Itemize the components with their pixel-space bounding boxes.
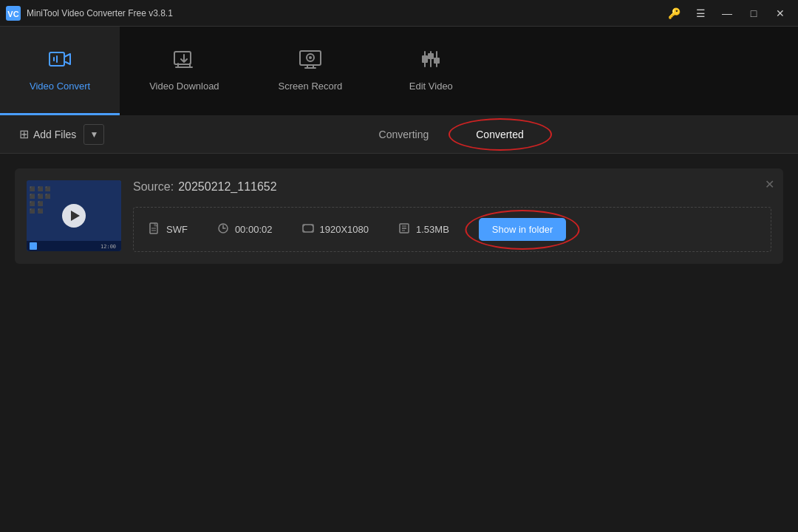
nav-video-convert[interactable]: Video Convert <box>0 27 120 115</box>
video-download-icon <box>172 49 196 75</box>
app-logo: VC <box>6 6 21 21</box>
add-files-dropdown-button[interactable]: ▼ <box>83 124 104 145</box>
converting-tab[interactable]: Converting <box>355 123 453 146</box>
nav-bar: Video Convert Video Download Screen Reco… <box>0 27 798 115</box>
svg-text:VC: VC <box>7 10 18 18</box>
play-button[interactable] <box>62 204 86 228</box>
app-title: MiniTool Video Converter Free v3.8.1 <box>27 8 173 18</box>
filesize-value: 1.53MB <box>416 224 449 235</box>
source-label: Source: <box>133 180 174 194</box>
svg-text:12:00: 12:00 <box>100 244 116 250</box>
title-bar-controls: 🔑 ☰ — □ ✕ <box>662 4 792 23</box>
screen-record-icon <box>299 49 322 75</box>
nav-video-download[interactable]: Video Download <box>120 27 248 115</box>
show-in-folder-button[interactable]: Show in folder <box>479 218 566 241</box>
tab-group: Converting Converted <box>355 123 548 146</box>
menu-button[interactable]: ☰ <box>689 4 712 23</box>
source-name: 20250212_111652 <box>178 180 276 194</box>
clock-icon <box>217 222 229 236</box>
svg-rect-8 <box>428 53 434 59</box>
close-button[interactable]: ✕ <box>768 4 792 23</box>
add-files-button[interactable]: ⊞ Add Files <box>12 123 83 146</box>
file-card-close-button[interactable]: ✕ <box>765 177 774 191</box>
format-icon <box>149 222 160 236</box>
resolution-icon <box>302 222 314 236</box>
resolution-value: 1920X1080 <box>320 224 369 235</box>
duration-value: 00:00:02 <box>235 224 273 235</box>
filesize-detail: 1.53MB <box>398 222 479 236</box>
svg-text:⬛ ⬛: ⬛ ⬛ <box>30 208 44 214</box>
svg-rect-3 <box>174 52 191 64</box>
svg-text:⬛ ⬛ ⬛: ⬛ ⬛ ⬛ <box>30 194 51 200</box>
format-detail: SWF <box>149 222 217 236</box>
show-folder-wrapper: Show in folder <box>479 218 566 241</box>
file-card: ✕ Source: 20250212_111652 ⬛ ⬛ ⬛ ⬛ ⬛ ⬛ ⬛ … <box>15 168 783 264</box>
toolbar: ⊞ Add Files ▼ Converting Converted <box>0 115 798 154</box>
format-value: SWF <box>166 224 188 235</box>
nav-edit-video[interactable]: Edit Video <box>372 27 490 115</box>
nav-edit-video-label: Edit Video <box>409 81 453 92</box>
add-files-label: Add Files <box>33 129 76 140</box>
filesize-icon <box>398 222 410 236</box>
title-bar-left: VC MiniTool Video Converter Free v3.8.1 <box>6 6 173 21</box>
svg-rect-9 <box>434 58 440 64</box>
svg-point-6 <box>309 56 312 59</box>
converted-tab[interactable]: Converted <box>452 123 548 146</box>
nav-screen-record[interactable]: Screen Record <box>249 27 372 115</box>
file-details-row: SWF 00:00:02 <box>133 207 771 252</box>
svg-rect-16 <box>30 242 37 250</box>
video-thumbnail[interactable]: ⬛ ⬛ ⬛ ⬛ ⬛ ⬛ ⬛ ⬛ ⬛ ⬛ 12:00 <box>27 180 121 251</box>
video-convert-icon <box>48 49 72 75</box>
minimize-button[interactable]: — <box>715 4 739 23</box>
edit-video-icon <box>419 49 443 75</box>
nav-video-download-label: Video Download <box>149 81 219 92</box>
resolution-detail: 1920X1080 <box>302 222 399 236</box>
chevron-down-icon: ▼ <box>89 129 98 140</box>
file-info: SWF 00:00:02 <box>133 207 771 252</box>
nav-screen-record-label: Screen Record <box>279 81 343 92</box>
duration-detail: 00:00:02 <box>217 222 302 236</box>
source-row: Source: 20250212_111652 <box>133 180 277 194</box>
converted-tab-wrapper: Converted <box>452 123 548 146</box>
converting-tab-wrapper: Converting <box>355 123 453 146</box>
title-bar: VC MiniTool Video Converter Free v3.8.1 … <box>0 0 798 27</box>
nav-video-convert-label: Video Convert <box>30 81 90 92</box>
main-content: ✕ Source: 20250212_111652 ⬛ ⬛ ⬛ ⬛ ⬛ ⬛ ⬛ … <box>0 154 798 532</box>
add-files-plus-icon: ⊞ <box>19 127 29 141</box>
svg-text:⬛ ⬛ ⬛: ⬛ ⬛ ⬛ <box>30 186 51 192</box>
key-button[interactable]: 🔑 <box>662 4 686 23</box>
maximize-button[interactable]: □ <box>742 4 765 23</box>
svg-text:⬛ ⬛: ⬛ ⬛ <box>30 201 44 207</box>
svg-rect-7 <box>422 55 428 63</box>
